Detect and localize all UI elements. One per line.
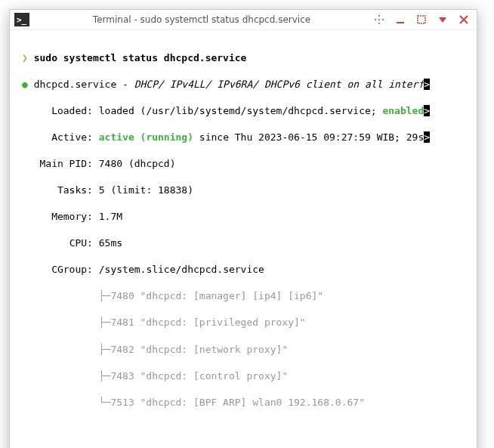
trunc-marker: >: [424, 105, 430, 116]
active-label: Active:: [51, 131, 93, 143]
unit-header: ● dhcpcd.service - DHCP/ IPv4LL/ IPv6RA/…: [22, 78, 475, 91]
cgroup-tree-item: ├─7483 "dhcpcd: [control proxy]": [22, 369, 475, 383]
tree-branch: ├─: [99, 344, 111, 355]
status-bullet: ●: [22, 79, 28, 90]
svg-point-1: [375, 19, 376, 20]
cpu-value: 65ms: [99, 237, 122, 249]
terminal-window: >_ Terminal - sudo systemctl status dhcp…: [9, 9, 477, 448]
memory-value: 1.7M: [99, 211, 122, 222]
svg-point-4: [378, 19, 380, 20]
mainpid-value: 7480 (dhcpcd): [99, 158, 176, 169]
titlebar[interactable]: >_ Terminal - sudo systemctl status dhcp…: [10, 10, 477, 30]
tree-pid: 7483: [110, 370, 134, 382]
cgroup-tree-item: ├─7482 "dhcpcd: [network proxy]": [22, 343, 475, 357]
tree-text: "dhcpcd: [network proxy]": [140, 344, 289, 355]
loaded-enabled: enabled: [382, 105, 424, 116]
prompt-caret: ❯: [22, 52, 28, 63]
cgroup-tree-item: ├─7480 "dhcpcd: [manager] [ip4] [ip6]": [22, 289, 475, 303]
loaded-line: Loaded: loaded (/usr/lib/systemd/system/…: [22, 104, 475, 118]
svg-point-0: [378, 15, 380, 17]
command-text: sudo systemctl status dhcpcd.service: [34, 52, 247, 63]
tree-text: "dhcpcd: [manager] [ip4] [ip6]": [140, 290, 324, 301]
unit-desc: DHCP/ IPv4LL/ IPv6RA/ DHCPv6 client on a…: [134, 79, 425, 90]
tree-text: "dhcpcd: [BPF ARP] wlan0 192.168.0.67": [140, 397, 365, 408]
unit-name: dhcpcd.service: [34, 79, 117, 90]
prompt-line: ❯ sudo systemctl status dhcpcd.service: [22, 51, 475, 65]
tree-branch: ├─: [99, 370, 111, 382]
active-since: since Thu 2023-06-15 09:27:59 WIB; 29s: [193, 131, 424, 143]
cpu-label: CPU:: [69, 237, 93, 249]
cgroup-line: CGroup: /system.slice/dhcpcd.service: [22, 263, 475, 277]
tree-pid: 7481: [110, 317, 134, 328]
memory-label: Memory:: [51, 211, 93, 222]
memory-line: Memory: 1.7M: [22, 210, 475, 224]
svg-point-2: [382, 19, 384, 20]
active-state: active (running): [99, 131, 193, 143]
trunc-marker: >: [424, 131, 430, 143]
minimize-icon[interactable]: [395, 14, 406, 25]
cgroup-tree-item: ├─7481 "dhcpcd: [privileged proxy]": [22, 316, 475, 329]
tree-pid: 7513: [110, 397, 134, 408]
cgroup-tree-item: └─7513 "dhcpcd: [BPF ARP] wlan0 192.168.…: [22, 396, 475, 409]
mainpid-label: Main PID:: [39, 158, 92, 169]
cgroup-label: CGroup:: [51, 264, 93, 275]
loaded-label: Loaded:: [51, 105, 93, 116]
svg-point-3: [378, 23, 380, 24]
tree-pid: 7482: [110, 344, 134, 355]
terminal-output[interactable]: ❯ sudo systemctl status dhcpcd.service ●…: [10, 30, 477, 448]
svg-rect-6: [418, 16, 425, 23]
svg-rect-5: [397, 22, 404, 23]
active-line: Active: active (running) since Thu 2023-…: [22, 131, 475, 144]
mainpid-line: Main PID: 7480 (dhcpcd): [22, 157, 475, 171]
tree-branch: └─: [99, 397, 111, 408]
tasks-value: 5 (limit: 18838): [99, 184, 193, 196]
dropdown-icon[interactable]: [437, 14, 448, 25]
terminal-icon: >_: [14, 13, 29, 26]
tasks-line: Tasks: 5 (limit: 18838): [22, 184, 475, 197]
svg-marker-7: [439, 17, 446, 23]
window-controls: [374, 14, 469, 25]
terminal-icon-glyph: >_: [17, 15, 26, 25]
cpu-line: CPU: 65ms: [22, 236, 475, 250]
cgroup-value: /system.slice/dhcpcd.service: [99, 264, 264, 275]
tree-text: "dhcpcd: [control proxy]": [140, 370, 289, 382]
close-icon[interactable]: [458, 14, 469, 25]
tasks-label: Tasks:: [57, 184, 93, 196]
loaded-value: loaded (/usr/lib/systemd/system/dhcpcd.s…: [99, 105, 383, 116]
move-icon[interactable]: [374, 14, 384, 25]
tree-pid: 7480: [110, 290, 134, 301]
tree-branch: ├─: [99, 290, 111, 301]
tree-text: "dhcpcd: [privileged proxy]": [140, 317, 306, 328]
tree-branch: ├─: [99, 317, 111, 328]
blank-line: [22, 435, 475, 448]
trunc-marker: >: [424, 79, 430, 90]
window-title: Terminal - sudo systemctl status dhcpcd.…: [34, 14, 369, 25]
maximize-icon[interactable]: [416, 14, 427, 25]
